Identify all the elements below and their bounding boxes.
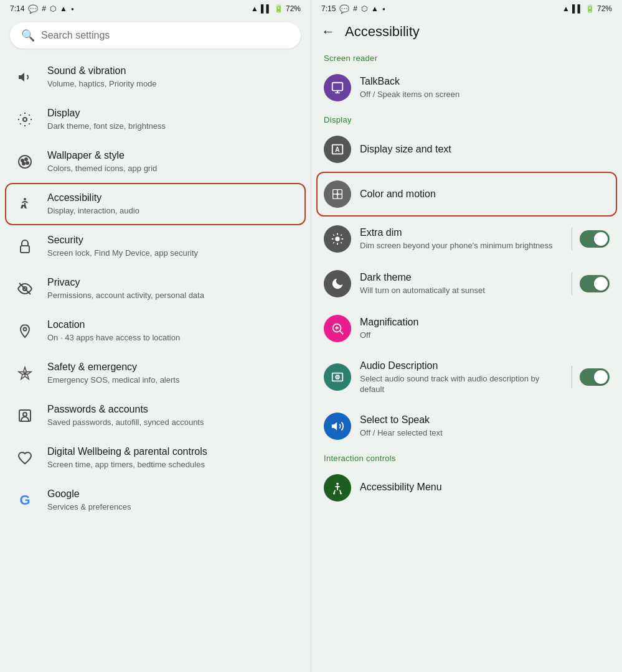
wellbeing-icon [12, 446, 37, 470]
right-header: ← Accessibility [311, 17, 622, 49]
talkback-title: TalkBack [360, 75, 610, 88]
time-left: 7:14 [10, 4, 24, 13]
acc-item-select-to-speak[interactable]: Select to Speak Off / Hear selected text [316, 404, 617, 449]
svg-point-5 [26, 162, 29, 164]
sound-icon [12, 65, 37, 90]
signal-icon: ▌▌ [261, 4, 271, 13]
acc-item-display-size[interactable]: A Display size and text [316, 127, 617, 172]
settings-item-location[interactable]: Location On · 43 apps have access to loc… [5, 310, 306, 352]
extra-dim-toggle-container [572, 228, 610, 250]
color-motion-text: Color and motion [360, 188, 610, 201]
divider [572, 273, 572, 295]
talkback-subtitle: Off / Speak items on screen [360, 90, 610, 100]
accessibility-subtitle: Display, interaction, audio [47, 206, 298, 217]
wellbeing-text: Digital Wellbeing & parental controls Sc… [47, 446, 298, 470]
google-subtitle: Services & preferences [47, 502, 298, 513]
settings-item-google[interactable]: G Google Services & preferences [5, 479, 306, 521]
svg-point-7 [24, 198, 26, 200]
extra-dim-icon [324, 225, 351, 253]
extra-dim-subtitle: Dim screen beyond your phone's minimum b… [360, 241, 563, 251]
svg-text:A: A [335, 146, 340, 153]
svg-point-45 [333, 492, 335, 494]
dark-theme-toggle[interactable] [580, 275, 610, 292]
settings-item-security[interactable]: Security Screen lock, Find My Device, ap… [5, 225, 306, 268]
svg-point-3 [21, 159, 24, 162]
settings-item-display[interactable]: Display Dark theme, font size, brightnes… [5, 98, 306, 141]
location-settings-icon [12, 319, 37, 343]
security-subtitle: Screen lock, Find My Device, app securit… [47, 248, 298, 259]
search-bar[interactable]: 🔍 Search settings [10, 22, 301, 49]
passwords-icon [12, 403, 37, 428]
svg-text:✱: ✱ [22, 370, 27, 377]
left-panel: 7:14 💬 # ⬡ ▲ ● ▲ ▌▌ 🔋 72% 🔍 Search setti… [0, 0, 311, 672]
sound-subtitle: Volume, haptics, Priority mode [47, 79, 298, 90]
display-text: Display Dark theme, font size, brightnes… [47, 107, 298, 132]
settings-item-accessibility[interactable]: Accessibility Display, interaction, audi… [5, 183, 306, 225]
accessibility-menu-icon [324, 474, 351, 502]
settings-item-wellbeing[interactable]: Digital Wellbeing & parental controls Sc… [5, 437, 306, 479]
svg-line-32 [333, 242, 334, 243]
accessibility-menu-text: Accessibility Menu [360, 481, 610, 494]
audio-description-text: Audio Description Select audio sound tra… [360, 360, 563, 395]
color-motion-title: Color and motion [360, 188, 610, 201]
right-dot-icon: ● [382, 6, 385, 12]
magnification-title: Magnification [360, 316, 610, 329]
safety-icon: ✱ [12, 361, 37, 386]
divider [572, 366, 572, 388]
display-subtitle: Dark theme, font size, brightness [47, 121, 298, 132]
battery-percent-left: 72% [286, 4, 301, 13]
wellbeing-title: Digital Wellbeing & parental controls [47, 446, 298, 459]
sound-text: Sound & vibration Volume, haptics, Prior… [47, 65, 298, 90]
audio-description-toggle[interactable] [580, 368, 610, 386]
acc-item-accessibility-menu[interactable]: Accessibility Menu [316, 465, 617, 510]
svg-point-12 [24, 328, 27, 331]
svg-point-24 [336, 193, 339, 195]
extra-dim-toggle[interactable] [580, 230, 610, 248]
slack-icon: # [42, 4, 46, 13]
google-icon: G [12, 488, 37, 513]
acc-item-talkback[interactable]: TalkBack Off / Speak items on screen [316, 65, 617, 110]
settings-item-privacy[interactable]: Privacy Permissions, account activity, p… [5, 268, 306, 310]
acc-item-magnification[interactable]: Magnification Off [316, 306, 617, 351]
accessibility-text: Accessibility Display, interaction, audi… [47, 192, 298, 217]
dark-theme-text: Dark theme Will turn on automatically at… [360, 271, 563, 296]
security-text: Security Screen lock, Find My Device, ap… [47, 234, 298, 259]
privacy-icon [12, 276, 37, 301]
dark-theme-icon [324, 270, 351, 297]
nav-icon: ⬡ [50, 4, 56, 13]
talkback-icon [324, 74, 351, 101]
location-title: Location [47, 319, 298, 332]
battery-icon: 🔋 [274, 4, 283, 13]
acc-item-audio-description[interactable]: Audio Description Select audio sound tra… [316, 351, 617, 404]
wallpaper-subtitle: Colors, themed icons, app grid [47, 164, 298, 174]
location-icon-status: ▲ [60, 4, 67, 13]
acc-item-dark-theme[interactable]: Dark theme Will turn on automatically at… [316, 261, 617, 306]
svg-point-25 [335, 236, 339, 241]
right-nav-icon: ⬡ [361, 4, 367, 13]
safety-text: Safety & emergency Emergency SOS, medica… [47, 361, 298, 386]
magnification-text: Magnification Off [360, 316, 610, 341]
svg-rect-9 [21, 246, 29, 253]
settings-item-passwords[interactable]: Passwords & accounts Saved passwords, au… [5, 394, 306, 437]
audio-desc-toggle-container [572, 366, 610, 388]
settings-item-wallpaper[interactable]: Wallpaper & style Colors, themed icons, … [5, 141, 306, 183]
settings-item-safety[interactable]: ✱ Safety & emergency Emergency SOS, medi… [5, 352, 306, 394]
display-size-icon: A [324, 136, 351, 163]
svg-line-31 [341, 242, 342, 243]
acc-item-color-motion[interactable]: Color and motion [316, 172, 617, 217]
acc-item-extra-dim[interactable]: Extra dim Dim screen beyond your phone's… [316, 217, 617, 261]
settings-item-sound[interactable]: Sound & vibration Volume, haptics, Prior… [5, 56, 306, 98]
right-panel: 7:15 💬 # ⬡ ▲ ● ▲ ▌▌ 🔋 72% ← Accessibilit… [311, 0, 622, 672]
search-placeholder: Search settings [41, 30, 110, 41]
screen-reader-label: Screen reader [316, 49, 617, 65]
display-settings-icon [12, 107, 37, 132]
svg-point-4 [25, 158, 27, 161]
back-button[interactable]: ← [321, 24, 335, 40]
svg-point-6 [22, 162, 25, 165]
security-icon [12, 234, 37, 259]
settings-list: Sound & vibration Volume, haptics, Prior… [0, 56, 311, 672]
wifi-icon: ▲ [251, 4, 258, 13]
svg-point-40 [337, 376, 338, 378]
right-signal-icon: ▌▌ [572, 4, 583, 13]
left-status-bar: 7:14 💬 # ⬡ ▲ ● ▲ ▌▌ 🔋 72% [0, 0, 311, 17]
